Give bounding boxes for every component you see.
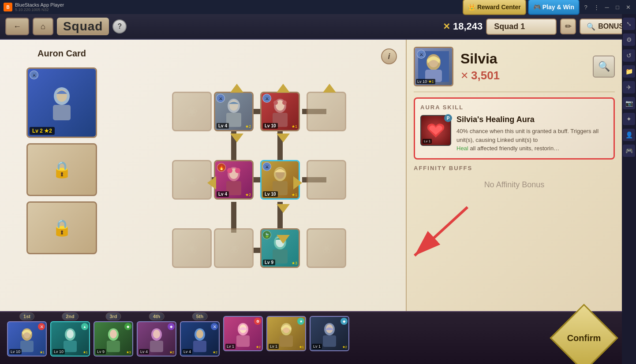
minimize-button[interactable]: ─ xyxy=(602,3,611,11)
hero7-badge: ★ xyxy=(297,318,304,325)
sparkle-icon[interactable]: ✦ xyxy=(623,113,635,125)
svg-rect-43 xyxy=(107,341,120,352)
squad-cell-0-3[interactable]: ❀ xyxy=(307,92,346,131)
squad-cell-2-1[interactable]: ❀ xyxy=(214,228,254,268)
squad-cell-2-0[interactable]: ❀ xyxy=(172,228,212,268)
svg-rect-37 xyxy=(20,341,34,352)
squad-cell-0-2[interactable]: ⚔ Lv 10 ★1 xyxy=(260,92,300,131)
edit-squad-button[interactable]: ✏ xyxy=(560,19,576,34)
lock-slot-1: 🔒 xyxy=(26,143,97,196)
app-title-group: BlueStacks App Player 5.10.220.1005 N32 xyxy=(15,2,64,12)
squad-selector[interactable]: Squad 1 xyxy=(486,19,557,35)
right-toolbar: ⤡ ⚙ ↺ 📁 ✈ 📷 ✦ 👤 🎮 xyxy=(622,14,636,364)
empty-cell-decor: ❀ xyxy=(187,104,198,119)
cell-stars-1-2: ★1 xyxy=(292,193,297,197)
arrow-down-4 xyxy=(277,235,290,244)
gamepad-icon[interactable]: 🎮 xyxy=(623,145,635,157)
app-logo: B xyxy=(4,3,12,11)
roster-hero-3[interactable]: 3rd ◆ Lv 9 ★3 xyxy=(94,316,133,360)
search-char-button[interactable]: 🔍 xyxy=(593,56,615,78)
squad-cell-2-2[interactable]: 🍃 Lv 9 ★3 xyxy=(260,228,300,268)
help-button[interactable]: ? xyxy=(581,3,590,11)
power-icon: ✕ xyxy=(460,70,468,82)
roster-hero-4-portrait: ◈ Lv 4 ★2 xyxy=(137,321,176,357)
auron-card-slot[interactable]: Lv 2 ★2 ⚔ xyxy=(26,67,97,138)
char-avatar: Lv 10 ★1 ⚔ xyxy=(414,47,453,86)
back-button[interactable]: ← xyxy=(5,18,29,35)
roster-hero-8-portrait: ◆ Lv 1 ★2 xyxy=(310,316,349,351)
aura-skill-desc: 40% chance when this unit is granted a b… xyxy=(456,127,608,153)
camera-icon[interactable]: 📷 xyxy=(623,97,635,109)
hero7-level: Lv 1 xyxy=(269,344,279,349)
roster-hero-1[interactable]: 1st ⚔ Lv 10 ★1 xyxy=(7,316,47,360)
char-avatar-level: Lv 10 ★1 xyxy=(416,79,435,84)
roster-hero-4-rank: 4th xyxy=(149,312,165,320)
folder-icon[interactable]: 📁 xyxy=(623,65,635,78)
expand-icon[interactable]: ⤡ xyxy=(623,18,635,30)
confirm-button[interactable]: Confirm xyxy=(553,316,615,360)
auron-card-portrait xyxy=(28,69,96,137)
help-circle-button[interactable]: ? xyxy=(112,19,127,33)
elem-badge-2-2: 🍃 xyxy=(262,230,271,239)
squad-cell-1-0[interactable]: ❀ xyxy=(172,160,212,200)
reward-center-button[interactable]: 👑 Reward Center xyxy=(463,0,526,15)
aura-skill-section: AURA SKILL P Lv 1 Silvia's Healing Aura … xyxy=(414,97,615,160)
hero7-stars: ★1 xyxy=(299,345,304,349)
empty-cell-decor-5: ❀ xyxy=(187,241,198,256)
refresh-icon[interactable]: ↺ xyxy=(623,49,635,62)
arrow-up-1 xyxy=(230,84,243,93)
roster-hero-8[interactable]: ◆ Lv 1 ★2 xyxy=(310,316,349,360)
arrow-up-3 xyxy=(323,84,336,93)
skill-level-badge: Lv 1 xyxy=(423,139,432,144)
hero8-svg xyxy=(316,320,343,347)
elem-badge-0-1: ⚔ xyxy=(216,94,225,103)
play-win-button[interactable]: 🎮 Play & Win xyxy=(528,0,580,15)
settings-icon[interactable]: ⚙ xyxy=(623,33,635,46)
hero4-stars: ★2 xyxy=(169,350,174,354)
squad-cell-0-1[interactable]: ⚔ Lv 4 ★2 xyxy=(214,92,254,131)
squad-grid: ❀ ⚔ Lv 4 ★2 xyxy=(172,92,357,312)
aura-skill-name: Silvia's Healing Aura xyxy=(456,115,608,124)
hero1-stars: ★1 xyxy=(40,350,45,354)
hero7-svg xyxy=(273,320,299,347)
person-icon[interactable]: 👤 xyxy=(623,129,635,141)
confirm-label: Confirm xyxy=(567,333,601,343)
airplane-icon[interactable]: ✈ xyxy=(623,81,635,93)
squad-cell-1-3[interactable]: ❀ xyxy=(307,160,346,200)
element-badge: ⚔ xyxy=(30,71,38,79)
char-header: Lv 10 ★1 ⚔ Silvia ✕ 3,501 🔍 xyxy=(414,47,615,92)
crown-icon: 👑 xyxy=(468,4,475,11)
cell-level-1-1: Lv 4 xyxy=(217,191,229,197)
hero4-badge: ◈ xyxy=(168,323,175,330)
settings-button[interactable]: ⋮ xyxy=(592,3,601,11)
char-element-badge: ⚔ xyxy=(417,50,426,59)
info-button[interactable]: i xyxy=(381,48,397,64)
cell-stars-0-2: ★1 xyxy=(292,124,297,129)
roster-hero-4[interactable]: 4th ◈ Lv 4 ★2 xyxy=(137,316,176,360)
svg-point-19 xyxy=(273,100,278,105)
power-value: 3,501 xyxy=(471,69,500,82)
magnify-icon: 🔍 xyxy=(598,61,610,72)
aura-skill-icon: P Lv 1 xyxy=(420,115,451,146)
currency-icon: ✕ xyxy=(443,21,450,32)
roster-hero-6[interactable]: ✿ Lv 1 ★2 xyxy=(223,316,263,360)
squad-cell-1-1[interactable]: 🔥 Lv 4 ★2 xyxy=(214,160,254,200)
squad-cell-2-3[interactable]: ❀ xyxy=(307,228,346,268)
hero6-stars: ★2 xyxy=(256,345,261,349)
cell-stars-0-1: ★2 xyxy=(245,124,251,129)
maximize-button[interactable]: □ xyxy=(613,3,622,11)
home-button[interactable]: ⌂ xyxy=(33,18,53,35)
hero6-svg xyxy=(230,320,256,347)
roster-hero-2[interactable]: 2nd ▲ Lv 10 ★1 xyxy=(50,316,90,360)
character-silhouette xyxy=(44,85,79,120)
close-button[interactable]: ✕ xyxy=(624,3,632,11)
roster-hero-5[interactable]: 5th ⚔ Lv 4 ★2 xyxy=(180,316,220,360)
hero5-stars: ★2 xyxy=(213,350,217,354)
play-win-label: Play & Win xyxy=(542,4,574,11)
arrow-right-1 xyxy=(293,176,302,189)
title-bar-controls: 👑 Reward Center 🎮 Play & Win ? ⋮ ─ □ ✕ xyxy=(463,0,632,15)
empty-cell-decor-7: ❀ xyxy=(321,241,332,256)
roster-hero-7[interactable]: ★ Lv 1 ★1 xyxy=(266,316,306,360)
hero8-level: Lv 1 xyxy=(312,344,322,349)
squad-cell-0-0[interactable]: ❀ xyxy=(172,92,212,131)
